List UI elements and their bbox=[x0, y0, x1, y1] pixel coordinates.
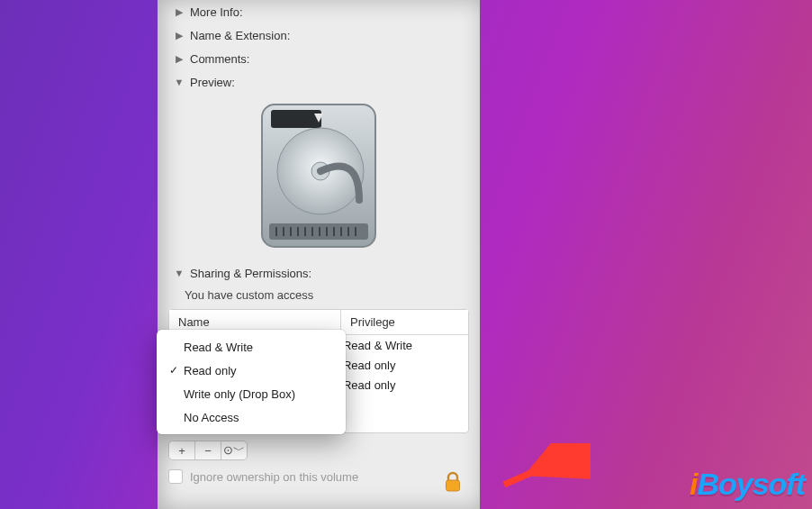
section-comments[interactable]: ▶ Comments: bbox=[158, 47, 480, 70]
column-privilege[interactable]: Privilege bbox=[341, 310, 468, 334]
privilege-value[interactable]: Read & Write bbox=[343, 339, 412, 352]
chevron-down-icon: ▼ bbox=[174, 268, 185, 278]
section-sharing-permissions[interactable]: ▼ Sharing & Permissions: bbox=[158, 261, 480, 285]
chevron-down-icon: ▼ bbox=[174, 77, 185, 87]
privilege-menu: Read & Write ✓ Read only Write only (Dro… bbox=[157, 330, 346, 434]
section-label: Preview: bbox=[190, 76, 235, 89]
menu-item-write-only[interactable]: Write only (Drop Box) bbox=[157, 382, 346, 405]
section-label: Sharing & Permissions: bbox=[190, 267, 311, 280]
section-name-extension[interactable]: ▶ Name & Extension: bbox=[158, 23, 480, 47]
section-more-info[interactable]: ▶ More Info: bbox=[158, 0, 480, 23]
ignore-ownership-label: Ignore ownership on this volume bbox=[190, 470, 358, 484]
ignore-ownership-row: Ignore ownership on this volume bbox=[168, 469, 469, 484]
section-preview[interactable]: ▼ Preview: bbox=[158, 70, 480, 94]
privilege-value[interactable]: Read only bbox=[343, 359, 396, 372]
menu-item-read-write[interactable]: Read & Write bbox=[157, 335, 346, 359]
menu-item-label: Read & Write bbox=[184, 341, 253, 354]
section-label: Comments: bbox=[190, 52, 249, 66]
action-menu-button[interactable]: ⊙﹀ bbox=[221, 441, 247, 459]
menu-item-label: Write only (Drop Box) bbox=[184, 387, 295, 401]
menu-item-label: Read only bbox=[184, 364, 237, 377]
section-label: Name & Extension: bbox=[190, 29, 290, 42]
remove-button[interactable]: − bbox=[194, 441, 221, 459]
chevron-right-icon: ▶ bbox=[174, 30, 185, 41]
watermark-logo: iBoysoft bbox=[690, 467, 805, 502]
lock-icon[interactable] bbox=[444, 471, 462, 493]
segmented-control: + − ⊙﹀ bbox=[168, 441, 248, 460]
permissions-table: Name Privilege connieyang ( ▲▼Read & Wri… bbox=[168, 309, 469, 433]
get-info-panel: ▶ More Info: ▶ Name & Extension: ▶ Comme… bbox=[158, 0, 480, 509]
privilege-value[interactable]: Read only bbox=[343, 378, 396, 392]
disk-drive-icon bbox=[251, 99, 386, 252]
chevron-right-icon: ▶ bbox=[174, 6, 185, 18]
watermark-text: Boysoft bbox=[697, 467, 805, 501]
access-status: You have custom access bbox=[158, 285, 480, 309]
ignore-ownership-checkbox[interactable] bbox=[168, 469, 183, 484]
menu-item-read-only[interactable]: ✓ Read only bbox=[157, 359, 346, 382]
chevron-right-icon: ▶ bbox=[174, 53, 185, 65]
svg-rect-1 bbox=[271, 110, 321, 128]
menu-item-no-access[interactable]: No Access bbox=[157, 405, 346, 429]
table-footer-controls: + − ⊙﹀ bbox=[168, 441, 469, 460]
menu-item-label: No Access bbox=[184, 411, 239, 424]
check-icon: ✓ bbox=[169, 364, 184, 377]
section-label: More Info: bbox=[190, 5, 243, 19]
svg-rect-18 bbox=[447, 480, 460, 491]
add-button[interactable]: + bbox=[169, 441, 194, 459]
